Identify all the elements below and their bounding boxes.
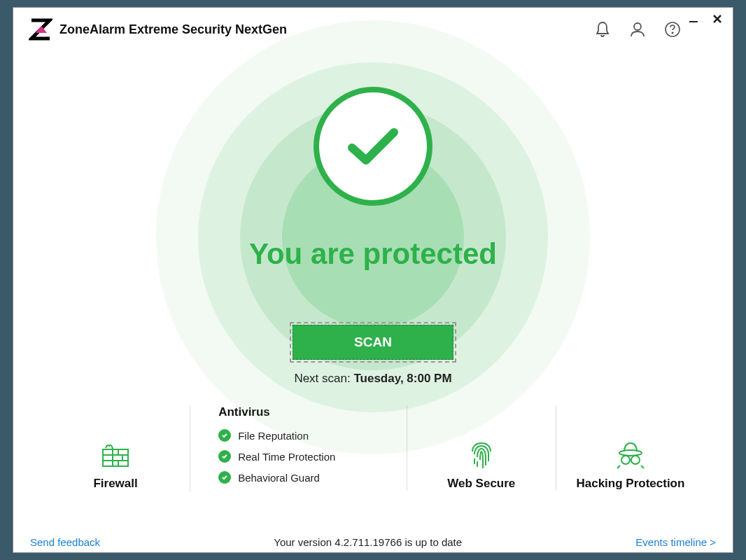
status-headline: You are protected: [13, 237, 733, 271]
spy-icon: [615, 442, 646, 470]
titlebar-controls: [687, 12, 724, 26]
footer: Send feedback Your version 4.2.711.19766…: [13, 524, 733, 559]
next-scan-text: Next scan: Tuesday, 8:00 PM: [13, 372, 733, 386]
events-timeline-link[interactable]: Events timeline >: [635, 536, 716, 548]
scan-button-label: SCAN: [354, 335, 392, 350]
antivirus-item: Behavioral Guard: [218, 471, 320, 484]
checkmark-icon: [345, 125, 401, 167]
close-button[interactable]: [710, 12, 724, 26]
logo-wrap: ZoneAlarm Extreme Security NextGen: [29, 18, 287, 41]
svg-rect-12: [103, 449, 113, 466]
app-title: ZoneAlarm Extreme Security NextGen: [59, 22, 287, 37]
status-badge: [314, 87, 432, 206]
notifications-icon[interactable]: [593, 20, 612, 39]
header-icons: [593, 20, 682, 39]
status-area: You are protected SCAN Next scan: Tuesda…: [13, 41, 733, 405]
svg-point-3: [634, 23, 641, 30]
next-scan-value: Tuesday, 8:00 PM: [353, 372, 451, 385]
check-circle-icon: [218, 471, 231, 484]
scan-button[interactable]: SCAN: [293, 325, 453, 360]
svg-point-15: [619, 450, 642, 456]
svg-point-17: [631, 456, 640, 464]
header: ZoneAlarm Extreme Security NextGen: [13, 8, 733, 41]
firewall-icon: [100, 442, 131, 470]
next-scan-prefix: Next scan:: [294, 372, 353, 385]
minimize-button[interactable]: [687, 12, 701, 26]
feature-firewall-label: Firewall: [93, 477, 137, 491]
svg-point-16: [621, 456, 630, 464]
svg-rect-6: [113, 449, 128, 466]
app-window: ZoneAlarm Extreme Security NextGen: [13, 7, 733, 553]
svg-point-5: [672, 32, 673, 34]
feature-web-secure-label: Web Secure: [447, 477, 515, 491]
feature-hacking-protection-label: Hacking Protection: [576, 477, 684, 491]
send-feedback-link[interactable]: Send feedback: [30, 536, 100, 548]
zonealarm-logo-icon: [29, 18, 52, 41]
help-icon[interactable]: [663, 20, 682, 39]
account-icon[interactable]: [628, 20, 647, 39]
antivirus-item-label: Behavioral Guard: [238, 472, 320, 484]
version-text: Your version 4.2.711.19766 is up to date: [100, 536, 635, 548]
